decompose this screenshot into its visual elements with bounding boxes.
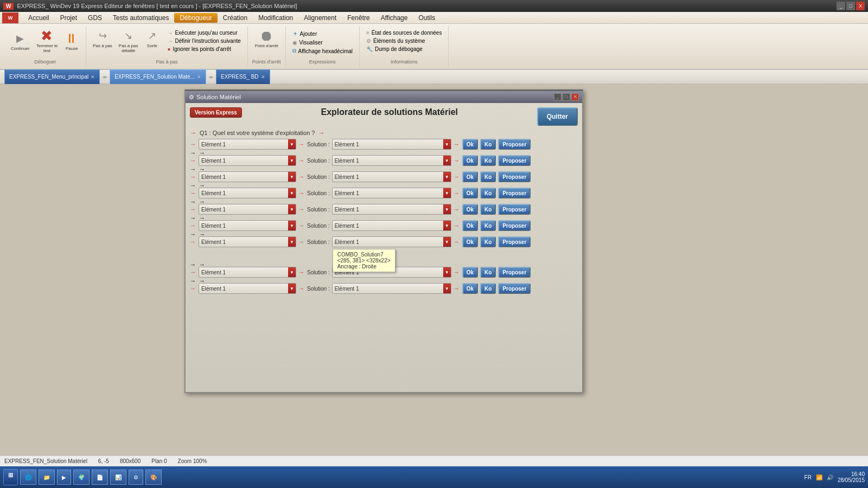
ok-button-2[interactable]: Ok [462, 155, 478, 166]
ok-button-3[interactable]: Ok [462, 171, 478, 182]
combo-solution-2[interactable]: Elément 1 ▼ [332, 155, 451, 166]
combo-element-3-1[interactable]: Elément 1 ▼ [199, 171, 296, 182]
hex-display-button[interactable]: ⧉ Affichage hexadécimal [290, 47, 355, 55]
ko-button-9[interactable]: Ko [480, 283, 496, 294]
quit-button[interactable]: Quitter [537, 107, 578, 126]
taskbar-internet-icon[interactable]: 🌐 [20, 470, 36, 485]
proposer-button-2[interactable]: Proposer [498, 155, 531, 166]
menu-outils[interactable]: Outils [413, 13, 441, 23]
window-heading: Explorateur de solutions Matériel [321, 107, 458, 117]
stop-test-button[interactable]: ✖ Terminer letest [34, 27, 60, 54]
inner-controls[interactable]: _ □ ✕ [554, 93, 579, 101]
row9-solution-label: Solution : [307, 286, 330, 292]
tab-bd[interactable]: EXPRESS_ BD ✕ [216, 69, 270, 85]
tab-solution-materiel-close[interactable]: ✕ [197, 74, 201, 80]
menu-modification[interactable]: Modification [253, 13, 298, 23]
ko-button-1[interactable]: Ko [480, 139, 496, 150]
system-elements-button[interactable]: ⚙ Éléments du système [364, 37, 444, 44]
pause-button[interactable]: ⏸ Pause [62, 30, 81, 52]
proposer-button-3[interactable]: Proposer [498, 171, 531, 182]
combo-element-1-1[interactable]: Elément 1 ▼ [199, 139, 296, 150]
proposer-button-9[interactable]: Proposer [498, 283, 531, 294]
combo-element-6-1[interactable]: Elément 1 ▼ [199, 220, 296, 231]
ignore-breakpoints-label: Ignorer les points d'arrêt [173, 46, 231, 52]
inner-maximize-button[interactable]: □ [563, 93, 570, 101]
taskbar-excel-icon[interactable]: 📊 [110, 470, 126, 485]
step-out-button[interactable]: ↗ Sortir [142, 27, 162, 54]
ko-button-8[interactable]: Ko [480, 267, 496, 278]
ko-button-6[interactable]: Ko [480, 220, 496, 231]
menu-alignement[interactable]: Alignement [298, 13, 342, 23]
ko-button-4[interactable]: Ko [480, 188, 496, 198]
execute-cursor-button[interactable]: → Exécuter jusqu'au curseur [165, 29, 242, 36]
ok-button-4[interactable]: Ok [462, 188, 478, 198]
combo-element-4-1[interactable]: Elément 1 ▼ [199, 188, 296, 198]
menu-gds[interactable]: GDS [82, 13, 107, 23]
title-controls[interactable]: _ □ X [837, 2, 865, 10]
combo-solution-6[interactable]: Elément 1 ▼ [332, 220, 451, 231]
data-sources-button[interactable]: ≡ État des sources de données [364, 29, 444, 36]
inner-close-button[interactable]: ✕ [571, 93, 579, 101]
minimize-button[interactable]: _ [837, 2, 845, 10]
ok-button-5[interactable]: Ok [462, 204, 478, 215]
start-button[interactable]: ⊞ [3, 469, 18, 485]
menu-fenetre[interactable]: Fenêtre [342, 13, 375, 23]
menu-projet[interactable]: Projet [55, 13, 82, 23]
combo-element-2-1[interactable]: Elément 1 ▼ [199, 155, 296, 166]
ko-button-3[interactable]: Ko [480, 171, 496, 182]
combo-element-9-1[interactable]: Elément 1 ▼ [199, 283, 296, 294]
tab-bd-close[interactable]: ✕ [261, 74, 265, 80]
combo-solution-4[interactable]: Elément 1 ▼ [332, 188, 451, 198]
tab-menu-principal[interactable]: EXPRESS_FEN_Menu_principal ✕ [4, 69, 100, 85]
visualise-button[interactable]: ◉ Visualiser [290, 39, 355, 46]
proposer-button-6[interactable]: Proposer [498, 220, 531, 231]
taskbar-folder-icon[interactable]: 📁 [39, 470, 55, 485]
tab-menu-principal-close[interactable]: ✕ [91, 74, 95, 80]
menu-tests[interactable]: Tests automatiques [107, 13, 174, 23]
ignore-breakpoints-button[interactable]: ● Ignorer les points d'arrêt [165, 46, 242, 53]
proposer-button-8[interactable]: Proposer [498, 267, 531, 278]
ko-button-5[interactable]: Ko [480, 204, 496, 215]
ok-button-1[interactable]: Ok [462, 139, 478, 150]
define-next-button[interactable]: → Définir l'instruction suivante [165, 37, 242, 44]
add-expression-button[interactable]: ＋ Ajouter [290, 29, 355, 38]
dump-button[interactable]: 🔧 Dump de débogage [364, 46, 444, 53]
combo-solution-3[interactable]: Elément 1 ▼ [332, 171, 451, 182]
step-detail-button[interactable]: ↘ Pas à pasdétaillé [117, 27, 141, 54]
proposer-button-7[interactable]: Proposer [498, 236, 531, 247]
taskbar-windev-icon[interactable]: ⚙ [129, 470, 143, 485]
menu-debogueur[interactable]: Débogueur [174, 13, 217, 23]
ko-button-7[interactable]: Ko [480, 236, 496, 247]
menu-accueil[interactable]: Accueil [23, 13, 55, 23]
menu-creation[interactable]: Création [218, 13, 253, 23]
ko-button-2[interactable]: Ko [480, 155, 496, 166]
combo-solution-9[interactable]: Elément 1 ▼ [332, 283, 451, 294]
combo-element-5-1[interactable]: Elément 1 ▼ [199, 204, 296, 215]
step-button[interactable]: ↪ Pas à pas [91, 27, 114, 54]
combo-solution-5[interactable]: Elément 1 ▼ [332, 204, 451, 215]
taskbar-media-icon[interactable]: ▶ [57, 470, 71, 485]
menu-affichage[interactable]: Affichage [375, 13, 413, 23]
proposer-button-5[interactable]: Proposer [498, 204, 531, 215]
ok-button-8[interactable]: Ok [462, 267, 478, 278]
ok-button-6[interactable]: Ok [462, 220, 478, 231]
ok-button-9[interactable]: Ok [462, 283, 478, 294]
taskbar-windev2-icon[interactable]: 🎨 [145, 470, 162, 485]
close-button[interactable]: X [856, 2, 865, 10]
table-row: → Elément 1 ▼ → Solution : Elément 1 ▼ →… [190, 283, 578, 294]
combo-solution-7[interactable]: Elément 1 ▼ COMBO_Solution7 <285, 381> <… [332, 236, 451, 247]
proposer-button-1[interactable]: Proposer [498, 139, 531, 150]
tab-solution-materiel[interactable]: EXPRESS_FEN_Solution Maté... ✕ [110, 69, 206, 85]
row2-solution-label: Solution : [307, 158, 330, 164]
taskbar-word-icon[interactable]: 📄 [92, 470, 108, 485]
maximize-button[interactable]: □ [846, 2, 855, 10]
ok-button-7[interactable]: Ok [462, 236, 478, 247]
combo-element-7-1[interactable]: Elément 1 ▼ [199, 236, 296, 247]
proposer-button-4[interactable]: Proposer [498, 188, 531, 198]
inner-minimize-button[interactable]: _ [554, 93, 561, 101]
continue-button[interactable]: ▶ Continuer [9, 30, 32, 52]
combo-solution-1[interactable]: Elément 1 ▼ [332, 139, 451, 150]
combo-element-8-1[interactable]: Elément 1 ▼ [199, 267, 296, 278]
breakpoint-button[interactable]: ⏺ Point d'arrêt [253, 27, 280, 49]
taskbar-browser-icon[interactable]: 🌍 [73, 470, 90, 485]
